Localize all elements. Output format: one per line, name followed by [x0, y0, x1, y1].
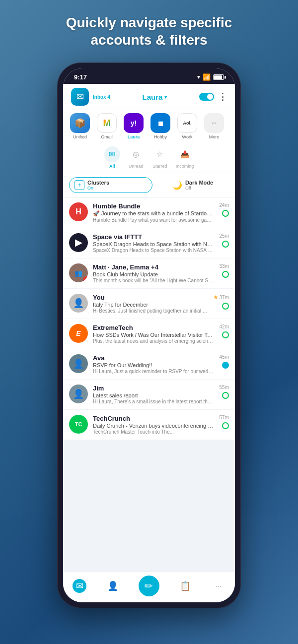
email-content: Jim Latest sales report Hi Laura, There'…: [93, 385, 215, 404]
email-subject: SpaceX Dragon Heads to Space Station wit…: [93, 241, 215, 247]
tab-more[interactable]: ··· More: [202, 113, 226, 139]
tasks-nav-icon: 📋: [178, 579, 192, 593]
email-sender: You: [93, 294, 208, 301]
email-meta: 33m: [220, 263, 229, 278]
email-sender: Jim: [93, 385, 215, 392]
email-item[interactable]: 👥 +3 Matt · Jane, Emma +4 Book Club Mont…: [63, 258, 235, 289]
clusters-text-group: Clusters On: [87, 180, 109, 191]
account-name-text: Laura: [143, 93, 163, 101]
email-sender: Space via IFTTT: [93, 233, 215, 241]
inbox-label: Inbox 4: [93, 94, 110, 100]
email-content: ExtremeTech How SSDs Work / Was Our Inte…: [93, 324, 215, 344]
settings-row: + Clusters On 🌙 Dark Mode Off: [63, 173, 235, 197]
nav-tasks[interactable]: 📋: [178, 579, 192, 593]
header-center[interactable]: Laura ▾: [114, 93, 195, 101]
more-nav-icon: ···: [212, 579, 225, 593]
email-sender: Humble Bundle: [93, 202, 215, 210]
filter-starred[interactable]: ☆ Starred: [152, 146, 168, 169]
moon-icon: 🌙: [172, 181, 182, 190]
avatar: E: [69, 324, 88, 343]
phone-screen: 9:17 ▾ 📶 ✉ Inbox 4: [63, 68, 235, 602]
nav-inbox[interactable]: ✉: [73, 579, 86, 593]
unread-dot: [222, 303, 229, 310]
clusters-icon: +: [74, 180, 84, 190]
unread-dot: [222, 331, 229, 338]
avatar: TC: [69, 415, 88, 434]
tab-gmail[interactable]: M Gmail: [95, 113, 119, 139]
contacts-nav-icon: 👤: [106, 579, 120, 593]
tab-laura-label: Laura: [128, 134, 140, 139]
email-item[interactable]: 👤 Jim Latest sales report Hi Laura, Ther…: [63, 380, 235, 410]
nav-contacts[interactable]: 👤: [106, 579, 120, 593]
unread-dot: [222, 210, 229, 217]
clusters-label: Clusters: [87, 180, 109, 186]
email-preview: Humble Bundle Pay what you want for awes…: [93, 217, 215, 223]
filter-unread[interactable]: ◎ Unread: [128, 146, 144, 169]
headline-line2: accounts & filters: [91, 32, 208, 48]
tab-hobby[interactable]: ◼ Hobby: [149, 113, 172, 139]
email-subject: 🚀 Journey to the stars with a bundle of …: [93, 210, 215, 217]
filter-incoming[interactable]: 📤 Incoming: [176, 146, 194, 169]
email-item[interactable]: H Humble Bundle 🚀 Journey to the stars w…: [63, 197, 235, 228]
tab-work[interactable]: Aol. Work: [175, 113, 199, 139]
unread-dot: [222, 392, 229, 399]
tab-unified-label: Unified: [73, 134, 87, 139]
email-time: 25m: [220, 233, 229, 239]
email-subject: Italy Trip for December: [93, 302, 208, 308]
email-item[interactable]: TC TechCrunch Daily Crunch - Verizon buy…: [63, 410, 235, 440]
more-menu-icon[interactable]: ⋮: [218, 91, 227, 102]
app-logo: ✉: [71, 88, 89, 106]
inbox-nav-icon: ✉: [73, 579, 86, 593]
email-subject: Daily Crunch - Verizon buys videoconfere…: [93, 423, 215, 429]
tab-laura[interactable]: y! Laura: [122, 113, 146, 139]
email-preview: TechCrunch Master Touch into The...: [93, 429, 215, 435]
unread-dot: [222, 271, 229, 278]
account-tabs: 📦 Unified M Gmail y! Laura ◼: [63, 109, 235, 143]
tab-work-label: Work: [182, 134, 193, 139]
wifi-icon: ▾: [197, 74, 200, 80]
app-header: ✉ Inbox 4 Laura ▾ ⋮: [63, 84, 235, 109]
tab-unified[interactable]: 📦 Unified: [68, 113, 92, 139]
email-item[interactable]: 👤 You Italy Trip for December Hi Besties…: [63, 289, 235, 319]
starred-filter-icon: ☆: [152, 146, 168, 162]
incoming-filter-icon: 📤: [177, 146, 193, 162]
email-meta: 57m: [220, 415, 229, 429]
email-sender: ExtremeTech: [93, 324, 215, 331]
darkmode-label: Dark Mode: [185, 180, 213, 186]
toggle-switch[interactable]: [199, 93, 214, 101]
status-icons: ▾ 📶: [197, 73, 224, 81]
star-icon: ★: [213, 294, 219, 301]
avatar: ▶: [69, 233, 88, 252]
email-sender: Matt · Jane, Emma +4: [93, 263, 215, 271]
email-time: 45m: [220, 354, 229, 360]
email-time: 24m: [220, 202, 229, 208]
battery-icon: [213, 74, 224, 80]
email-time: 55m: [220, 385, 229, 390]
clusters-sub: On: [87, 186, 109, 191]
yahoo-icon: y!: [124, 113, 144, 133]
headline: Quickly navigate specific accounts & fil…: [0, 0, 298, 59]
clusters-pill[interactable]: + Clusters On: [69, 177, 152, 193]
email-subject: RSVP for Our Wedding!!: [93, 362, 215, 368]
email-time: 33m: [220, 263, 229, 269]
email-meta: 42m: [220, 324, 229, 338]
email-item[interactable]: E ExtremeTech How SSDs Work / Was Our In…: [63, 319, 235, 349]
email-item[interactable]: ▶ Space via IFTTT SpaceX Dragon Heads to…: [63, 228, 235, 258]
nav-more[interactable]: ···: [212, 579, 225, 593]
unread-dot: [222, 362, 229, 369]
darkmode-pill[interactable]: 🌙 Dark Mode Off: [156, 180, 229, 191]
outlook-icon: ◼: [150, 113, 170, 133]
email-item[interactable]: 👤 Ava RSVP for Our Wedding!! Hi Laura, J…: [63, 349, 235, 380]
email-meta: 45m: [220, 354, 229, 369]
unread-dot: [222, 422, 229, 429]
incoming-filter-label: Incoming: [176, 164, 194, 169]
header-actions: ⋮: [199, 91, 227, 102]
compose-button[interactable]: ✏: [139, 576, 159, 596]
unified-icon: 📦: [70, 113, 90, 133]
filter-all[interactable]: ✉ All: [104, 146, 120, 169]
starred-filter-label: Starred: [152, 164, 167, 169]
email-time: 57m: [220, 415, 229, 420]
email-time: 37m: [220, 295, 229, 300]
email-list: H Humble Bundle 🚀 Journey to the stars w…: [63, 197, 235, 571]
nav-compose[interactable]: ✏: [139, 576, 159, 596]
